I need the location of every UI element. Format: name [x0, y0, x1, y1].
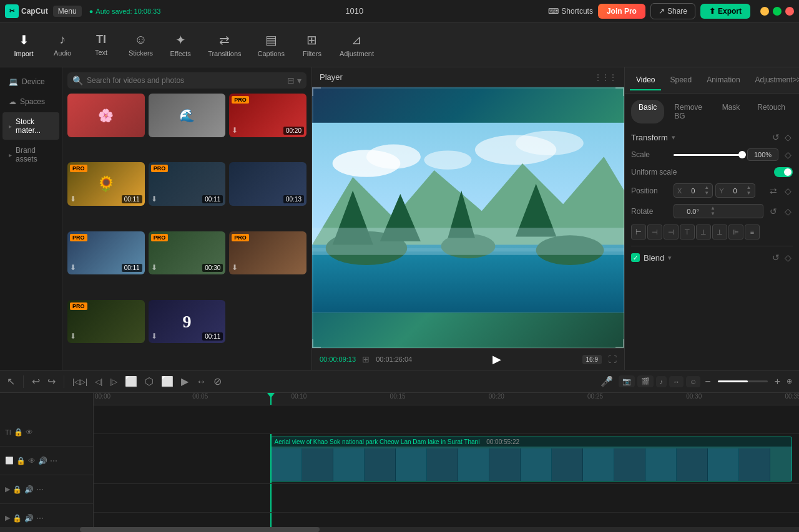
- reset-blend-button[interactable]: ↺: [771, 251, 781, 264]
- align-dist-h-button[interactable]: ⊫: [728, 225, 743, 239]
- media-item[interactable]: PRO 00:30 ⬇: [149, 231, 226, 275]
- x-down-arrow[interactable]: ▼: [704, 191, 709, 196]
- keyframe-transform-button[interactable]: ◇: [783, 131, 793, 143]
- sidebar-item-stock[interactable]: ▸ Stock mater...: [2, 112, 59, 140]
- tool-audio[interactable]: ♪ Audio: [44, 29, 81, 60]
- x-up-arrow[interactable]: ▲: [704, 185, 709, 190]
- sidebar-item-device[interactable]: 💻 Device: [2, 72, 59, 91]
- media-item[interactable]: PRO 00:20 ⬇: [229, 94, 306, 137]
- subtab-retouch[interactable]: Retouch: [750, 100, 793, 123]
- track-audio2-more[interactable]: ⋯: [36, 514, 44, 523]
- track-visible-icon[interactable]: 👁: [26, 428, 33, 437]
- freeze-button[interactable]: ⬜: [159, 374, 175, 389]
- split-button[interactable]: |◁▷|: [71, 375, 89, 388]
- track-audio1-lock[interactable]: 🔒: [12, 485, 22, 494]
- player-menu-icon[interactable]: ⋮⋮⋮: [594, 73, 617, 82]
- media-item[interactable]: PRO 00:11 ⬇: [149, 162, 226, 206]
- sidebar-item-brand[interactable]: ▸ Brand assets: [2, 141, 59, 168]
- undo-button[interactable]: ↩: [30, 374, 42, 389]
- align-top-button[interactable]: ⊤: [680, 225, 695, 239]
- rotate-keyframe-button[interactable]: ◇: [783, 205, 793, 218]
- sticker-track[interactable]: ☺: [686, 376, 700, 387]
- subtab-mask[interactable]: Mask: [715, 100, 748, 123]
- uniform-scale-toggle[interactable]: [774, 167, 793, 177]
- rotate-up-arrow[interactable]: ▲: [710, 206, 715, 211]
- shortcuts-button[interactable]: ⌨ Shortcuts: [548, 7, 593, 16]
- splice-button[interactable]: ↔: [669, 376, 684, 387]
- fullscreen-button[interactable]: ⛶: [608, 354, 617, 364]
- rotate-reset-button[interactable]: ↺: [768, 205, 778, 218]
- position-x-input[interactable]: [684, 187, 702, 195]
- track-video-audio-icon[interactable]: 🔊: [38, 457, 47, 465]
- track-video-visible-icon[interactable]: 👁: [28, 457, 36, 465]
- track-video-more-icon[interactable]: ⋯: [50, 457, 57, 465]
- zoom-slider[interactable]: [718, 380, 768, 382]
- share-button[interactable]: ↗ Share: [650, 3, 695, 19]
- zoom-in-button[interactable]: +: [773, 374, 782, 389]
- record-button[interactable]: 🎤: [599, 374, 615, 389]
- track-audio2-vol[interactable]: 🔊: [24, 514, 34, 523]
- subtab-remove-bg[interactable]: Remove BG: [667, 100, 712, 123]
- position-keyframe-button[interactable]: ◇: [783, 185, 793, 197]
- track-audio2-lock[interactable]: 🔒: [12, 514, 22, 523]
- align-center-h-button[interactable]: ⊣: [647, 225, 662, 239]
- y-down-arrow[interactable]: ▼: [747, 191, 752, 196]
- track-video-icon[interactable]: ⬜: [5, 457, 14, 465]
- scale-thumb[interactable]: [738, 151, 746, 158]
- align-left-button[interactable]: ⊢: [631, 225, 646, 239]
- blend-checkbox[interactable]: ✓: [631, 253, 640, 262]
- tool-transitions[interactable]: ⇄ Transitions: [200, 29, 248, 61]
- filter-icon[interactable]: ⊟ ▾: [287, 75, 301, 85]
- track-text-icon[interactable]: TI: [5, 428, 11, 436]
- position-y-input[interactable]: [726, 187, 745, 195]
- rotate-down-arrow[interactable]: ▼: [710, 211, 715, 216]
- y-up-arrow[interactable]: ▲: [747, 185, 752, 190]
- tab-animation[interactable]: Animation: [700, 70, 746, 90]
- tool-captions[interactable]: ▤ Captions: [250, 29, 292, 61]
- delete-button[interactable]: ⬜: [123, 374, 139, 389]
- video-clip[interactable]: Aerial view of Khao Sok national park Ch…: [270, 437, 792, 481]
- redo-button[interactable]: ↪: [46, 374, 57, 389]
- align-bottom-button[interactable]: ⊥: [712, 225, 727, 239]
- play-timeline-button[interactable]: ▶: [179, 374, 190, 389]
- track-video-lock-icon[interactable]: 🔒: [16, 457, 26, 465]
- transform-tool-button[interactable]: ⊘: [212, 374, 223, 389]
- track-audio1-more[interactable]: ⋯: [36, 485, 44, 494]
- scale-keyframe-button[interactable]: ◇: [783, 148, 793, 161]
- track-audio2-play[interactable]: ▶: [5, 514, 10, 522]
- keyframe-blend-button[interactable]: ◇: [783, 251, 793, 264]
- close-button[interactable]: [785, 7, 794, 16]
- tab-speed[interactable]: Speed: [664, 70, 698, 90]
- tab-video[interactable]: Video: [630, 70, 661, 90]
- menu-button[interactable]: Menu: [53, 6, 82, 17]
- audio-track[interactable]: ♪: [656, 376, 667, 387]
- join-pro-button[interactable]: Join Pro: [598, 4, 645, 19]
- tab-adjustment[interactable]: Adjustment>>: [749, 70, 799, 90]
- reset-transform-button[interactable]: ↺: [771, 131, 781, 143]
- media-item[interactable]: PRO ⬇: [229, 231, 306, 275]
- split-left-button[interactable]: ◁|: [93, 375, 104, 388]
- media-item[interactable]: 🌸: [67, 94, 145, 137]
- timeline-scrollbar[interactable]: [0, 527, 799, 532]
- select-tool-button[interactable]: ↖: [5, 374, 17, 389]
- track-audio1-vol[interactable]: 🔊: [24, 485, 34, 494]
- media-item[interactable]: 00:13: [229, 162, 306, 206]
- scrollbar-thumb[interactable]: [80, 527, 320, 532]
- zoom-out-button[interactable]: −: [703, 374, 712, 389]
- search-input[interactable]: [87, 76, 283, 85]
- export-button[interactable]: ⬆ Export: [700, 4, 750, 19]
- tool-text[interactable]: TI Text: [82, 29, 120, 60]
- auto-adjust-button[interactable]: ↔: [194, 374, 208, 389]
- tool-stickers[interactable]: ☺ Stickers: [121, 29, 160, 60]
- media-item[interactable]: PRO 00:11 ⬇: [67, 231, 145, 275]
- media-item[interactable]: PRO ⬇: [67, 300, 145, 344]
- timeline-playhead[interactable]: [270, 393, 272, 405]
- track-audio1-play[interactable]: ▶: [5, 485, 10, 493]
- align-right-button[interactable]: ⊣: [664, 225, 679, 239]
- media-item[interactable]: 9 00:11 ⬇: [149, 300, 226, 344]
- fit-button[interactable]: ⊕: [785, 375, 794, 387]
- position-swap-button[interactable]: ⇄: [768, 185, 778, 197]
- rotate-input[interactable]: [677, 208, 708, 215]
- align-center-v-button[interactable]: ⊥: [696, 225, 711, 239]
- video-overlay[interactable]: 🎬: [637, 375, 654, 387]
